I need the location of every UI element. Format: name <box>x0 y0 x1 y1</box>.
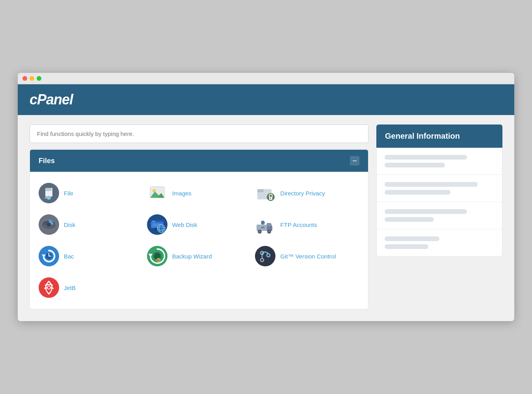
main-window: cPanel Files − <box>18 73 514 321</box>
jetbackup-label: JetB <box>64 284 76 291</box>
file-icon <box>39 183 59 203</box>
skeleton-line <box>385 155 467 160</box>
git-icon <box>255 246 275 266</box>
svg-point-59 <box>48 286 50 289</box>
file-label: File <box>64 190 73 197</box>
images-icon <box>147 183 167 203</box>
info-row-1 <box>377 148 502 175</box>
svg-point-37 <box>259 231 261 233</box>
files-section: Files − <box>30 149 368 309</box>
svg-point-49 <box>154 253 160 259</box>
files-section-title: Files <box>39 157 55 165</box>
svg-point-16 <box>270 198 272 199</box>
skeleton-line <box>385 190 450 195</box>
backup-wizard-label: Backup Wizard <box>172 253 212 260</box>
ftp-accounts-label: FTP Accounts <box>280 221 317 228</box>
main-content: Files − <box>18 115 514 321</box>
file-item-images[interactable]: Images <box>147 183 251 203</box>
svg-point-25 <box>152 221 153 222</box>
svg-rect-5 <box>45 197 47 199</box>
disk-label: Disk <box>64 221 75 228</box>
directory-privacy-icon <box>255 183 275 203</box>
window-chrome <box>18 73 514 84</box>
skeleton-line <box>385 236 439 241</box>
general-information-body <box>376 148 502 256</box>
svg-point-52 <box>255 246 275 266</box>
backup-label: Bac <box>64 253 74 260</box>
file-item-file[interactable]: File <box>39 183 143 203</box>
general-information-header: General Information <box>376 125 502 148</box>
file-item-backup[interactable]: Bac <box>39 246 143 266</box>
svg-marker-35 <box>267 223 272 226</box>
svg-rect-2 <box>45 188 50 191</box>
directory-privacy-label: Directory Privacy <box>280 190 325 197</box>
info-row-2 <box>377 175 502 202</box>
minimize-dot[interactable] <box>30 76 34 81</box>
files-section-header: Files − <box>30 150 368 172</box>
files-grid: File <box>30 172 368 309</box>
skeleton-line <box>385 182 478 187</box>
svg-point-40 <box>261 221 265 225</box>
maximize-dot[interactable] <box>37 76 41 81</box>
backup-wizard-icon <box>147 246 167 266</box>
images-label: Images <box>172 190 192 197</box>
svg-point-39 <box>268 231 270 233</box>
file-item-directory-privacy[interactable]: Directory Privacy <box>255 183 359 203</box>
disk-icon <box>39 214 59 235</box>
cpanel-logo: cPanel <box>30 91 73 108</box>
skeleton-line <box>385 217 434 222</box>
file-item-web-disk[interactable]: Web Disk <box>147 214 251 235</box>
svg-rect-12 <box>257 189 264 192</box>
svg-point-26 <box>154 221 155 222</box>
web-disk-icon <box>147 214 167 235</box>
svg-point-20 <box>47 223 51 227</box>
collapse-button[interactable]: − <box>350 156 359 165</box>
info-row-4 <box>377 229 502 256</box>
web-disk-label: Web Disk <box>172 221 197 228</box>
skeleton-line <box>385 163 445 167</box>
git-label: Git™ Version Control <box>280 253 336 260</box>
search-input[interactable] <box>30 125 368 143</box>
file-item-jetbackup[interactable]: JetB <box>39 277 143 298</box>
file-item-disk[interactable]: Disk <box>39 214 143 235</box>
skeleton-line <box>385 209 467 214</box>
file-item-ftp-accounts[interactable]: FTP Accounts <box>255 214 359 235</box>
svg-point-4 <box>47 196 51 200</box>
ftp-accounts-icon <box>255 214 275 235</box>
backup-icon <box>39 246 59 266</box>
right-panel: General Information <box>376 125 502 309</box>
file-item-git[interactable]: Git™ Version Control <box>255 246 359 266</box>
info-row-3 <box>377 202 502 229</box>
top-header: cPanel <box>18 84 514 115</box>
left-panel: Files − <box>30 125 368 309</box>
jetbackup-icon <box>39 277 59 298</box>
close-dot[interactable] <box>22 76 27 81</box>
skeleton-line <box>385 244 428 249</box>
file-item-backup-wizard[interactable]: Backup Wizard <box>147 246 251 266</box>
